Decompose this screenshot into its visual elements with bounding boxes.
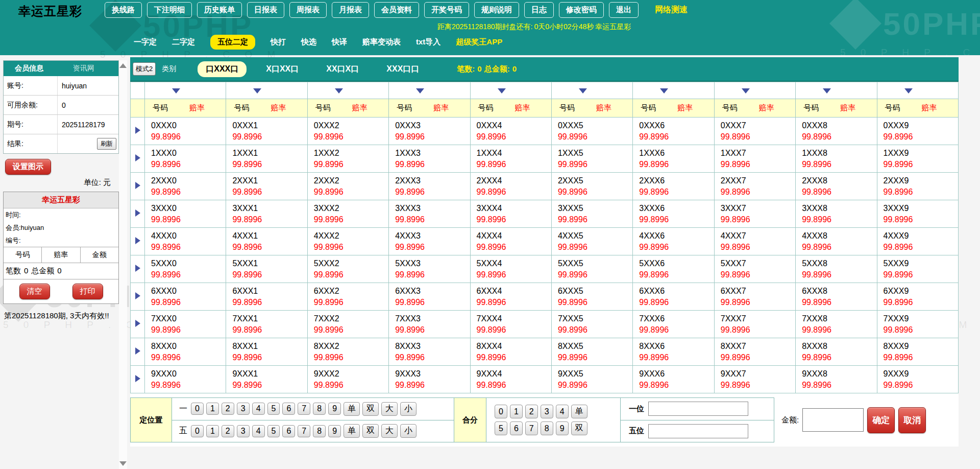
bet-cell[interactable]: 0XXX799.8996: [714, 118, 795, 145]
bet-cell[interactable]: 4XXX099.8996: [145, 228, 226, 255]
bet-cell[interactable]: 9XXX899.8996: [796, 366, 877, 393]
position-key-button[interactable]: 2: [222, 403, 234, 415]
bet-cell[interactable]: 4XXX199.8996: [226, 228, 307, 255]
position-key-button[interactable]: 单: [344, 402, 360, 416]
row-select-arrow[interactable]: [131, 200, 145, 228]
column-dropdown[interactable]: [633, 82, 714, 99]
bet-cell[interactable]: 0XXX099.8996: [145, 118, 226, 145]
cancel-button[interactable]: 取消: [898, 407, 926, 433]
position-key-button[interactable]: 8: [313, 425, 326, 437]
bet-cell[interactable]: 8XXX999.8996: [877, 338, 958, 366]
position-key-button[interactable]: 3: [237, 403, 250, 415]
column-dropdown[interactable]: [389, 82, 470, 99]
bet-cell[interactable]: 7XXX699.8996: [633, 311, 714, 338]
bet-cell[interactable]: 3XXX599.8996: [551, 200, 632, 228]
bet-cell[interactable]: 7XXX999.8996: [877, 311, 958, 338]
pattern-tab[interactable]: XXX口口: [378, 61, 427, 77]
bet-cell[interactable]: 8XXX199.8996: [226, 338, 307, 366]
bet-cell[interactable]: 9XXX199.8996: [226, 366, 307, 393]
bet-cell[interactable]: 5XXX799.8996: [714, 255, 795, 283]
row-select-arrow[interactable]: [131, 366, 145, 393]
scroll-down-icon[interactable]: [119, 461, 127, 466]
bet-cell[interactable]: 9XXX299.8996: [307, 366, 388, 393]
bet-cell[interactable]: 8XXX299.8996: [307, 338, 388, 366]
scroll-up-icon[interactable]: [119, 63, 127, 68]
bet-cell[interactable]: 0XXX399.8996: [389, 118, 470, 145]
bet-cell[interactable]: 1XXX799.8996: [714, 145, 795, 173]
position-key-button[interactable]: 小: [400, 402, 416, 416]
position-key-button[interactable]: 5: [267, 403, 280, 415]
sum-key-button[interactable]: 单: [571, 405, 587, 418]
position-key-button[interactable]: 1: [206, 403, 219, 415]
bet-cell[interactable]: 6XXX299.8996: [307, 283, 388, 311]
bet-cell[interactable]: 5XXX699.8996: [633, 255, 714, 283]
column-dropdown[interactable]: [877, 82, 958, 99]
subnav-item[interactable]: 五位二定: [210, 35, 255, 50]
bet-cell[interactable]: 2XXX899.8996: [796, 173, 877, 200]
bet-cell[interactable]: 2XXX499.8996: [470, 173, 551, 200]
sum-key-button[interactable]: 0: [495, 405, 507, 418]
sum-key-button[interactable]: 6: [510, 421, 523, 435]
sum-key-button[interactable]: 7: [525, 421, 538, 435]
bet-cell[interactable]: 1XXX599.8996: [551, 145, 632, 173]
position-key-button[interactable]: 7: [298, 425, 310, 437]
bet-cell[interactable]: 4XXX699.8996: [633, 228, 714, 255]
bet-cell[interactable]: 2XXX199.8996: [226, 173, 307, 200]
column-dropdown[interactable]: [226, 82, 307, 99]
bet-cell[interactable]: 7XXX199.8996: [226, 311, 307, 338]
clear-button[interactable]: 清空: [19, 284, 50, 299]
column-dropdown[interactable]: [796, 82, 877, 99]
bet-cell[interactable]: 8XXX099.8996: [145, 338, 226, 366]
position-key-button[interactable]: 6: [282, 425, 295, 437]
bet-cell[interactable]: 5XXX999.8996: [877, 255, 958, 283]
column-dropdown[interactable]: [551, 82, 632, 99]
bet-cell[interactable]: 5XXX399.8996: [389, 255, 470, 283]
bet-cell[interactable]: 0XXX999.8996: [877, 118, 958, 145]
position-key-button[interactable]: 双: [362, 424, 379, 438]
bet-cell[interactable]: 4XXX399.8996: [389, 228, 470, 255]
bet-cell[interactable]: 8XXX499.8996: [470, 338, 551, 366]
bet-cell[interactable]: 9XXX599.8996: [551, 366, 632, 393]
bet-cell[interactable]: 1XXX899.8996: [796, 145, 877, 173]
bet-cell[interactable]: 6XXX699.8996: [633, 283, 714, 311]
row-select-arrow[interactable]: [131, 311, 145, 338]
bet-cell[interactable]: 1XXX699.8996: [633, 145, 714, 173]
nav-button[interactable]: 日报表: [247, 2, 284, 18]
subnav-item[interactable]: txt导入: [416, 37, 440, 47]
position-key-button[interactable]: 大: [381, 402, 398, 416]
tab-info-site[interactable]: 资讯网: [73, 64, 94, 73]
subnav-item[interactable]: 超级奖王APP: [456, 37, 502, 47]
bet-cell[interactable]: 1XXX999.8996: [877, 145, 958, 173]
row-select-arrow[interactable]: [131, 145, 145, 173]
row-select-arrow[interactable]: [131, 228, 145, 255]
speed-test-link[interactable]: 网络测速: [655, 5, 688, 15]
bet-cell[interactable]: 8XXX799.8996: [714, 338, 795, 366]
bet-cell[interactable]: 2XXX099.8996: [145, 173, 226, 200]
nav-button[interactable]: 下注明细: [147, 2, 192, 18]
set-image-button[interactable]: 设置图示: [5, 159, 51, 175]
position-key-button[interactable]: 4: [252, 403, 265, 415]
subnav-item[interactable]: 快译: [332, 37, 347, 47]
bet-cell[interactable]: 3XXX499.8996: [470, 200, 551, 228]
bet-cell[interactable]: 7XXX599.8996: [551, 311, 632, 338]
bet-cell[interactable]: 3XXX399.8996: [389, 200, 470, 228]
pattern-tab[interactable]: XX口X口: [318, 61, 367, 77]
subnav-item[interactable]: 二字定: [172, 37, 195, 47]
nav-button[interactable]: 周报表: [289, 2, 327, 18]
subnav-item[interactable]: 赔率变动表: [362, 37, 401, 47]
pattern-tab[interactable]: 口XXX口: [198, 61, 247, 77]
bet-cell[interactable]: 7XXX399.8996: [389, 311, 470, 338]
bet-cell[interactable]: 1XXX199.8996: [226, 145, 307, 173]
sum-key-button[interactable]: 5: [495, 421, 507, 435]
row-select-arrow[interactable]: [131, 118, 145, 145]
bet-cell[interactable]: 9XXX399.8996: [389, 366, 470, 393]
bet-cell[interactable]: 5XXX499.8996: [470, 255, 551, 283]
position-key-button[interactable]: 0: [191, 425, 204, 437]
nav-button[interactable]: 换线路: [105, 2, 142, 18]
bet-cell[interactable]: 5XXX299.8996: [307, 255, 388, 283]
bet-cell[interactable]: 8XXX699.8996: [633, 338, 714, 366]
position-key-button[interactable]: 7: [298, 403, 310, 415]
bet-cell[interactable]: 6XXX999.8996: [877, 283, 958, 311]
bet-cell[interactable]: 6XXX899.8996: [796, 283, 877, 311]
subnav-item[interactable]: 快打: [271, 37, 286, 47]
